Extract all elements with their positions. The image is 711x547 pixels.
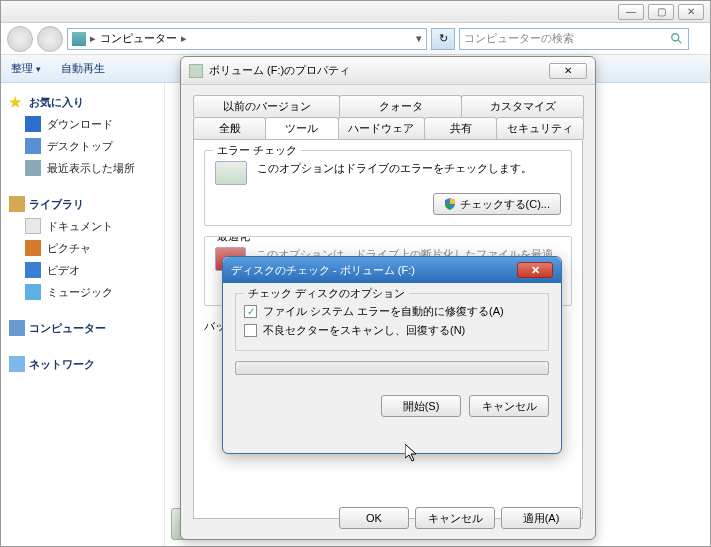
drive-check-icon — [215, 161, 247, 185]
check-disk-title-bar[interactable]: ディスクのチェック - ボリューム (F:) ✕ — [223, 257, 561, 283]
network-icon — [9, 356, 25, 372]
organize-menu[interactable]: 整理 — [11, 61, 41, 76]
check-now-label: チェックする(C)... — [460, 197, 550, 212]
tab-tools[interactable]: ツール — [265, 117, 338, 139]
check-disk-footer: 開始(S) キャンセル — [223, 395, 561, 417]
video-icon — [25, 262, 41, 278]
shield-icon — [444, 198, 456, 210]
document-icon — [25, 218, 41, 234]
properties-title: ボリューム (F:)のプロパティ — [209, 63, 350, 78]
music-icon — [25, 284, 41, 300]
tab-general[interactable]: 全般 — [193, 117, 266, 139]
autoplay-menu[interactable]: 自動再生 — [61, 61, 105, 76]
window-title-bar: — ▢ ✕ — [1, 1, 710, 23]
check-disk-options-group: チェック ディスクのオプション ✓ ファイル システム エラーを自動的に修復する… — [235, 293, 549, 351]
star-icon: ★ — [9, 94, 25, 110]
option-auto-fix[interactable]: ✓ ファイル システム エラーを自動的に修復する(A) — [244, 304, 540, 319]
sidebar-item-pictures[interactable]: ピクチャ — [5, 237, 160, 259]
error-check-group: エラー チェック このオプションはドライブのエラーをチェックします。 チェックす… — [204, 150, 572, 226]
tabs-row-1: 以前のバージョン クォータ カスタマイズ — [193, 95, 583, 117]
properties-title-bar[interactable]: ボリューム (F:)のプロパティ ✕ — [181, 57, 595, 85]
sidebar-item-label: ドキュメント — [47, 219, 113, 234]
nav-bar: ▸ コンピューター ▸ ▾ ↻ コンピューターの検索 — [1, 23, 710, 55]
computer-icon — [9, 320, 25, 336]
start-button[interactable]: 開始(S) — [381, 395, 461, 417]
refresh-icon: ↻ — [439, 32, 448, 45]
sidebar-item-downloads[interactable]: ダウンロード — [5, 113, 160, 135]
cancel-button[interactable]: キャンセル — [415, 507, 495, 529]
ok-button[interactable]: OK — [339, 507, 409, 529]
checkbox-auto-fix[interactable]: ✓ — [244, 305, 257, 318]
sidebar-head-network[interactable]: ネットワーク — [5, 353, 160, 375]
sidebar-item-label: ミュージック — [47, 285, 113, 300]
search-icon — [670, 32, 684, 46]
breadcrumb-item[interactable]: コンピューター — [100, 31, 177, 46]
sidebar-group-libraries: ライブラリ ドキュメント ピクチャ ビデオ ミュージック — [5, 193, 160, 303]
sidebar-item-documents[interactable]: ドキュメント — [5, 215, 160, 237]
option-label: ファイル システム エラーを自動的に修復する(A) — [263, 304, 504, 319]
download-icon — [25, 116, 41, 132]
libraries-label: ライブラリ — [29, 197, 84, 212]
checkbox-scan-recover[interactable] — [244, 324, 257, 337]
desktop-icon — [25, 138, 41, 154]
library-icon — [9, 196, 25, 212]
error-check-text: このオプションはドライブのエラーをチェックします。 — [257, 161, 532, 176]
sidebar-item-recent[interactable]: 最近表示した場所 — [5, 157, 160, 179]
sidebar-head-computer[interactable]: コンピューター — [5, 317, 160, 339]
check-disk-dialog: ディスクのチェック - ボリューム (F:) ✕ チェック ディスクのオプション… — [222, 256, 562, 454]
sidebar-item-label: ピクチャ — [47, 241, 91, 256]
sidebar-item-desktop[interactable]: デスクトップ — [5, 135, 160, 157]
close-button[interactable]: ✕ — [678, 4, 704, 20]
maximize-button[interactable]: ▢ — [648, 4, 674, 20]
sidebar-head-favorites[interactable]: ★ お気に入り — [5, 91, 160, 113]
check-disk-title: ディスクのチェック - ボリューム (F:) — [231, 263, 415, 278]
refresh-button[interactable]: ↻ — [431, 28, 455, 50]
forward-button[interactable] — [37, 26, 63, 52]
check-disk-group-title: チェック ディスクのオプション — [244, 286, 409, 301]
sidebar-group-network: ネットワーク — [5, 353, 160, 375]
sidebar-item-label: 最近表示した場所 — [47, 161, 135, 176]
optimize-title: 最適化 — [213, 236, 254, 244]
svg-point-0 — [672, 33, 679, 40]
properties-footer: OK キャンセル 適用(A) — [339, 507, 581, 529]
search-placeholder: コンピューターの検索 — [464, 31, 574, 46]
sidebar-item-label: ビデオ — [47, 263, 80, 278]
sidebar-head-libraries[interactable]: ライブラリ — [5, 193, 160, 215]
pictures-icon — [25, 240, 41, 256]
progress-bar — [235, 361, 549, 375]
breadcrumb-sep: ▸ — [90, 32, 96, 45]
cancel-button[interactable]: キャンセル — [469, 395, 549, 417]
search-input[interactable]: コンピューターの検索 — [459, 28, 689, 50]
check-disk-body: チェック ディスクのオプション ✓ ファイル システム エラーを自動的に修復する… — [223, 283, 561, 395]
tab-previous-versions[interactable]: 以前のバージョン — [193, 95, 340, 117]
sidebar-item-label: ダウンロード — [47, 117, 113, 132]
breadcrumb-sep: ▸ — [181, 32, 187, 45]
back-button[interactable] — [7, 26, 33, 52]
properties-close-button[interactable]: ✕ — [549, 63, 587, 79]
sidebar-item-videos[interactable]: ビデオ — [5, 259, 160, 281]
option-label: 不良セクターをスキャンし、回復する(N) — [263, 323, 465, 338]
dropdown-arrow-icon[interactable]: ▾ — [416, 32, 422, 45]
tab-sharing[interactable]: 共有 — [424, 117, 497, 139]
tab-customize[interactable]: カスタマイズ — [461, 95, 584, 117]
sidebar: ★ お気に入り ダウンロード デスクトップ 最近表示した場所 ライブラリ ドキュ… — [1, 83, 165, 546]
tab-security[interactable]: セキュリティ — [496, 117, 584, 139]
computer-icon — [72, 32, 86, 46]
tab-quota[interactable]: クォータ — [339, 95, 462, 117]
sidebar-group-computer: コンピューター — [5, 317, 160, 339]
computer-label: コンピューター — [29, 321, 106, 336]
network-label: ネットワーク — [29, 357, 95, 372]
drive-icon — [189, 64, 203, 78]
check-disk-close-button[interactable]: ✕ — [517, 262, 553, 278]
sidebar-item-music[interactable]: ミュージック — [5, 281, 160, 303]
sidebar-group-favorites: ★ お気に入り ダウンロード デスクトップ 最近表示した場所 — [5, 91, 160, 179]
minimize-button[interactable]: — — [618, 4, 644, 20]
recent-icon — [25, 160, 41, 176]
check-now-button[interactable]: チェックする(C)... — [433, 193, 561, 215]
tab-hardware[interactable]: ハードウェア — [338, 117, 426, 139]
tabs-row-2: 全般 ツール ハードウェア 共有 セキュリティ — [193, 117, 583, 139]
address-bar[interactable]: ▸ コンピューター ▸ ▾ — [67, 28, 427, 50]
apply-button[interactable]: 適用(A) — [501, 507, 581, 529]
svg-line-1 — [678, 39, 682, 43]
option-scan-recover[interactable]: 不良セクターをスキャンし、回復する(N) — [244, 323, 540, 338]
